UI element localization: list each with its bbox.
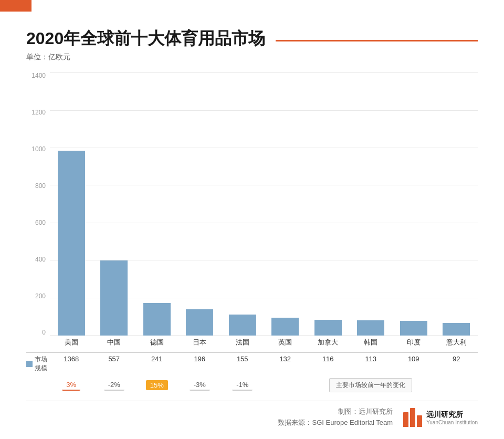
logo-en: YuanChuan Institution <box>426 420 478 425</box>
y-axis-label: 0 <box>26 329 46 336</box>
footer-credit: 制图：远川研究所 <box>278 406 393 417</box>
bar-group <box>350 72 393 336</box>
data-value-cell: 132 <box>264 355 307 373</box>
bar <box>229 315 256 336</box>
legend-box <box>26 361 33 367</box>
x-label-group: 意大利 <box>435 338 478 347</box>
data-value-cell: 241 <box>135 355 178 373</box>
bar <box>186 309 213 336</box>
data-value-cell: 196 <box>178 355 222 373</box>
x-label: 印度 <box>407 338 421 347</box>
bar <box>58 151 85 336</box>
y-axis-label: 1000 <box>26 146 46 152</box>
logo-bar-2 <box>410 408 415 427</box>
change-cell: 3% <box>50 380 93 391</box>
bar-group <box>135 72 178 336</box>
change-badge: 3% <box>62 380 80 391</box>
change-badge: 15% <box>146 380 168 390</box>
title-line <box>276 40 478 41</box>
change-cell: 主要市场较前一年的变化 <box>264 378 478 392</box>
top-bar <box>0 0 32 12</box>
page-title: 2020年全球前十大体育用品市场 <box>26 27 265 50</box>
bar <box>143 303 171 336</box>
bar-group <box>392 72 435 336</box>
legend-cell: 市场规模 <box>26 355 50 373</box>
change-cell: 15% <box>135 380 178 390</box>
legend-label: 市场规模 <box>35 355 50 373</box>
chart-area: 0200400600800100012001400 美国中国德国日本法国英国加拿… <box>26 72 478 392</box>
x-label-group: 印度 <box>392 338 435 347</box>
bar <box>314 320 342 336</box>
x-label: 英国 <box>278 338 292 347</box>
x-label: 德国 <box>150 338 164 347</box>
bar-group <box>435 72 478 336</box>
x-label: 中国 <box>107 338 121 347</box>
chart-plot: 美国中国德国日本法国英国加拿大韩国印度意大利 <box>50 72 478 351</box>
change-badge: -3% <box>190 380 210 391</box>
y-axis-label: 800 <box>26 183 46 189</box>
x-label: 美国 <box>65 338 78 347</box>
x-label: 意大利 <box>446 338 467 347</box>
x-label: 日本 <box>193 338 206 347</box>
bar <box>443 323 470 336</box>
main-container: 2020年全球前十大体育用品市场 单位：亿欧元 0200400600800100… <box>0 12 504 439</box>
y-axis-label: 1400 <box>26 72 46 79</box>
data-value-cell: 113 <box>350 355 393 373</box>
y-axis-label: 1200 <box>26 109 46 116</box>
bar-group <box>93 72 136 336</box>
bar <box>400 321 427 336</box>
x-label-group: 加拿大 <box>307 338 350 347</box>
bar-group <box>307 72 350 336</box>
y-axis-label: 200 <box>26 293 46 299</box>
subtitle: 单位：亿欧元 <box>26 53 478 62</box>
footer: 制图：远川研究所 数据来源：SGI Europe Editorial Team … <box>26 401 478 428</box>
change-note: 主要市场较前一年的变化 <box>329 378 412 392</box>
data-value-cell: 92 <box>435 355 478 373</box>
change-badge: -1% <box>232 380 253 391</box>
x-label-group: 韩国 <box>350 338 393 347</box>
data-values-row: 136855724119615513211611310992 <box>50 355 478 373</box>
bar <box>271 318 299 336</box>
x-label: 加拿大 <box>318 338 338 347</box>
y-axis-label: 600 <box>26 220 46 226</box>
data-value-cell: 557 <box>93 355 136 373</box>
logo-bar-1 <box>403 412 408 427</box>
bar-group <box>178 72 222 336</box>
logo-bar-3 <box>417 415 422 427</box>
change-badge: -2% <box>104 380 124 391</box>
bar <box>100 260 128 336</box>
x-labels-row: 美国中国德国日本法国英国加拿大韩国印度意大利 <box>50 336 478 351</box>
footer-text: 制图：远川研究所 数据来源：SGI Europe Editorial Team <box>278 406 393 428</box>
x-label-group: 中国 <box>93 338 136 347</box>
bar-group <box>264 72 307 336</box>
x-label: 韩国 <box>364 338 377 347</box>
change-cell: -2% <box>93 380 136 391</box>
data-value-cell: 116 <box>307 355 350 373</box>
change-row: 3%-2%15%-3%-1%主要市场较前一年的变化 <box>50 378 478 392</box>
footer-source: 数据来源：SGI Europe Editorial Team <box>278 417 393 428</box>
y-axis-label: 400 <box>26 256 46 263</box>
title-row: 2020年全球前十大体育用品市场 <box>26 27 478 50</box>
x-label: 法国 <box>236 338 249 347</box>
y-axis: 0200400600800100012001400 <box>26 72 50 351</box>
logo-bars <box>403 408 422 427</box>
data-value-cell: 1368 <box>50 355 93 373</box>
bar-group <box>221 72 264 336</box>
x-label-group: 美国 <box>50 338 93 347</box>
data-value-cell: 109 <box>392 355 435 373</box>
bar <box>357 320 384 336</box>
x-label-group: 法国 <box>221 338 264 347</box>
data-table: 市场规模 136855724119615513211611310992 <box>26 352 478 373</box>
logo-text-block: 远川研究所 YuanChuan Institution <box>426 410 478 425</box>
x-label-group: 日本 <box>178 338 222 347</box>
logo-box: 远川研究所 YuanChuan Institution <box>403 408 478 427</box>
bars-row <box>50 72 478 336</box>
change-cell: -3% <box>178 380 222 391</box>
x-label-group: 德国 <box>135 338 178 347</box>
chart-body: 0200400600800100012001400 美国中国德国日本法国英国加拿… <box>26 72 478 351</box>
logo-cn: 远川研究所 <box>426 410 478 420</box>
x-label-group: 英国 <box>264 338 307 347</box>
bar-group <box>50 72 93 336</box>
change-cell: -1% <box>221 380 264 391</box>
data-value-cell: 155 <box>221 355 264 373</box>
